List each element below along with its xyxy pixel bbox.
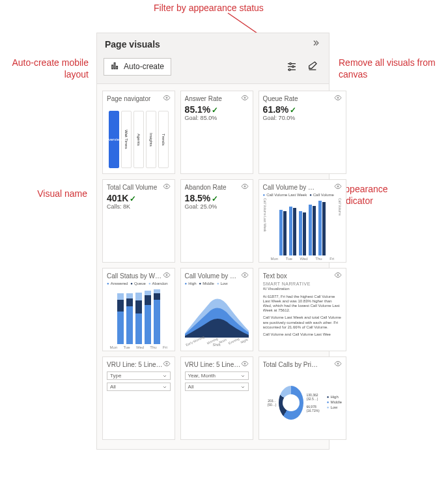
slicer: TypeAll [107,370,171,391]
visual-card[interactable]: Total Call Volume401K✓Calls: 8K [102,179,175,263]
visual-title: Call Volume by … [263,184,315,191]
panel-toolbar: Auto-create [97,55,329,83]
auto-create-label: Auto-create [124,62,164,71]
axis-label: Shift [185,343,249,347]
appearance-eye-icon[interactable] [241,360,249,369]
slicer-field[interactable]: Type [107,371,171,380]
svg-point-7 [292,66,294,68]
svg-rect-1 [112,65,113,68]
kpi-value: 85.1%✓ [185,104,249,115]
annotation-filter: Filter by appearance status [154,2,264,14]
collapse-icon[interactable] [312,38,321,50]
svg-point-21 [244,363,245,364]
svg-point-19 [337,274,339,276]
visual-title: Total Calls by Pri… [263,361,318,368]
annotation-visual-name: Visual name [14,188,87,199]
kpi-value: 61.8%✓ [263,104,343,115]
kpi-value: 18.5%✓ [185,193,249,203]
nav-item[interactable]: Agents [133,111,144,168]
bar-chart [267,198,339,255]
chart-legend: AnsweredQueueAbandon [107,282,171,285]
filter-button[interactable] [282,57,301,76]
auto-create-icon [111,61,120,72]
visual-card[interactable]: Call Volume by …Call Volume Last WeekCal… [259,179,347,263]
visual-title: Abandon Rate [185,184,227,191]
visual-card[interactable]: Total Calls by Pri…203… (50…)130,362 (32… [259,356,347,440]
visual-title: Answer Rate [185,95,222,102]
visual-title: VRU Line: 5 Line… [107,361,163,368]
nav-item[interactable]: Wait Times [121,111,132,168]
kpi-goal: Goal: 70.0% [263,115,343,121]
kpi-value: 401K✓ [107,193,171,203]
slicer: Year, MonthAll [185,370,249,391]
visual-title: Queue Rate [263,95,298,102]
visual-title: Call Volume by S… [185,272,241,280]
visual-card[interactable]: VRU Line: 5 Line…TypeAll [102,356,175,440]
svg-point-13 [337,97,339,98]
appearance-eye-icon[interactable] [241,94,249,103]
visual-card[interactable]: Queue Rate61.8%✓Goal: 70.0% [259,91,347,174]
svg-point-14 [166,186,167,187]
annotation-remove: Remove all visuals from canvas [339,57,443,80]
slicer-value[interactable]: All [185,383,249,391]
appearance-eye-icon[interactable] [334,182,342,192]
svg-rect-2 [114,63,115,68]
chart-legend: HighMiddleLow [185,282,249,285]
visual-card[interactable]: Page navigatorOverviewWait TimesAgentsIn… [102,91,175,174]
visual-card[interactable]: Answer Rate85.1%✓Goal: 85.0% [180,91,253,174]
visual-title: Total Call Volume [107,184,157,191]
visual-card[interactable]: Abandon Rate18.5%✓Goal: 25.0% [180,179,253,263]
annotation-auto-create: Auto-create mobile layout [9,57,89,80]
smart-narrative: SMART NARRATIVEAI VisualizationAt 61877,… [263,282,343,337]
appearance-eye-icon[interactable] [163,94,171,103]
appearance-eye-icon[interactable] [163,271,171,280]
visual-title: Text box [263,272,287,280]
svg-point-17 [166,274,167,276]
auto-create-button[interactable]: Auto-create [104,58,171,76]
visual-card[interactable]: Call Status by W…AnsweredQueueAbandonMon… [102,268,175,351]
appearance-eye-icon[interactable] [241,182,249,192]
panel-title: Page visuals [105,39,160,50]
stacked-bar-chart [107,287,171,344]
eraser-icon [307,61,318,73]
sliders-icon [287,61,297,73]
page-navigator: OverviewWait TimesAgentsInsightsTrends [107,104,171,169]
annotation-appearance-indicator: Appearance indicator [339,183,417,207]
kpi-goal: Goal: 25.0% [185,203,249,210]
nav-item[interactable]: Insights [146,111,156,168]
page-visuals-panel: Page visuals Auto-create Page navigatorO… [96,33,329,450]
svg-point-11 [166,97,167,98]
kpi-goal: Calls: 8K [107,203,171,210]
chart-legend: Call Volume Last WeekCall Volume [263,193,343,197]
svg-point-15 [244,186,245,187]
remove-all-button[interactable] [303,57,322,76]
visual-card[interactable]: Call Volume by S…HighMiddleLowEarly Morn… [180,268,253,351]
visual-title: VRU Line: 5 Line… [185,361,241,368]
visual-title: Call Status by W… [107,272,161,280]
appearance-eye-icon[interactable] [163,182,171,192]
area-chart [185,287,249,338]
svg-rect-3 [117,66,118,68]
appearance-eye-icon[interactable] [163,360,171,369]
visuals-grid: Page navigatorOverviewWait TimesAgentsIn… [97,83,329,449]
svg-point-16 [337,186,339,187]
slicer-value[interactable]: All [107,383,171,391]
svg-point-12 [244,97,245,98]
svg-point-22 [337,363,339,364]
svg-point-5 [290,63,292,65]
visual-title: Page navigator [107,95,150,102]
nav-item[interactable]: Overview [109,111,119,168]
svg-point-18 [244,274,245,276]
appearance-eye-icon[interactable] [241,271,249,280]
slicer-field[interactable]: Year, Month [185,371,249,380]
svg-point-20 [166,363,167,364]
visual-card[interactable]: Text boxSMART NARRATIVEAI VisualizationA… [259,268,347,351]
kpi-goal: Goal: 85.0% [185,115,249,121]
appearance-eye-icon[interactable] [334,360,342,369]
visual-card[interactable]: VRU Line: 5 Line…Year, MonthAll [180,356,253,440]
appearance-eye-icon[interactable] [334,271,342,280]
appearance-eye-icon[interactable] [334,94,342,103]
nav-item[interactable]: Trends [158,111,169,168]
panel-header: Page visuals [97,33,329,55]
svg-point-9 [288,68,290,70]
